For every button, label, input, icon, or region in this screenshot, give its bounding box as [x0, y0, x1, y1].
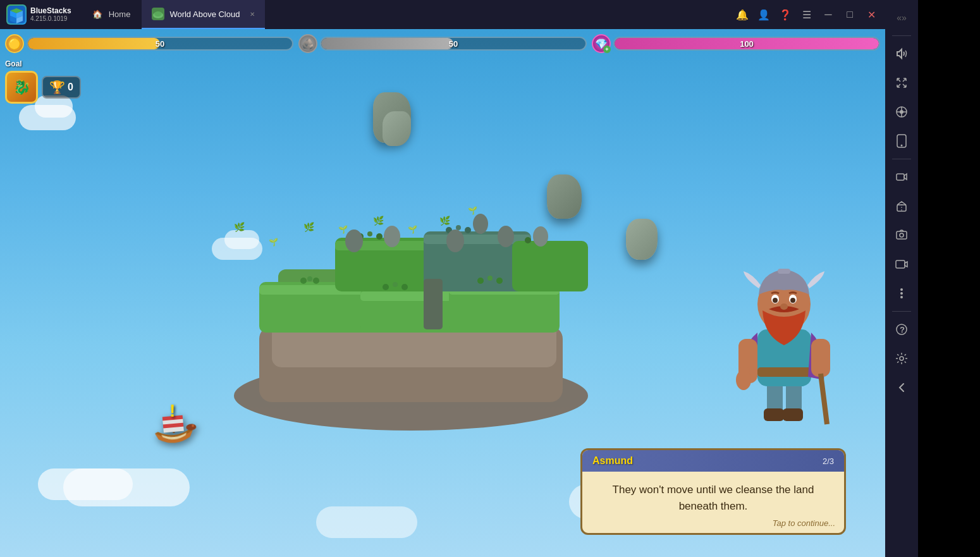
phone-btn[interactable] — [889, 128, 914, 154]
sidebar-divider-1 — [892, 35, 911, 36]
island-plant-1: 🌿 — [234, 222, 245, 232]
tabs-container: 🏠 Home World Above Cloud ✕ — [81, 0, 266, 29]
bluestacks-icon — [6, 4, 27, 25]
asmund-character — [720, 241, 846, 443]
svg-point-27 — [313, 278, 319, 284]
bluestacks-logo: BlueStacks 4.215.0.1019 — [0, 4, 78, 25]
stone-icon: 🪨 — [298, 34, 317, 53]
svg-point-80 — [901, 145, 903, 147]
gold-icon: 🟡 — [5, 34, 24, 53]
bluestacks-text: BlueStacks 4.215.0.1019 — [30, 6, 71, 23]
gem-bar-value: 100 — [740, 39, 754, 49]
gem-bar-track: 100 — [613, 37, 880, 51]
svg-point-47 — [384, 226, 400, 247]
sidebar-divider-2 — [892, 159, 911, 159]
svg-point-31 — [477, 278, 484, 284]
island-plant-8: 🌱 — [468, 206, 477, 215]
svg-point-28 — [383, 284, 389, 290]
svg-point-33 — [496, 278, 503, 284]
main-window: BlueStacks 4.215.0.1019 🏠 Home — [0, 0, 885, 557]
gem-bar-container: 💎 + 100 — [592, 34, 880, 53]
app-container: BlueStacks 4.215.0.1019 🏠 Home — [0, 0, 980, 557]
sidebar-divider-3 — [892, 311, 911, 312]
tab-close[interactable]: ✕ — [250, 11, 255, 18]
gem-icon: 💎 + — [592, 34, 611, 53]
home-tab-icon: 🏠 — [91, 8, 104, 20]
svg-point-43 — [498, 226, 514, 247]
dialog-progress: 2/3 — [823, 456, 834, 466]
menu-icon[interactable]: ☰ — [798, 6, 816, 23]
svg-rect-24 — [424, 279, 443, 329]
gold-bar-fill — [28, 38, 160, 49]
svg-rect-59 — [757, 367, 811, 377]
island-plant-5: 🌿 — [373, 216, 384, 226]
svg-point-46 — [345, 230, 363, 252]
gold-bar-value: 50 — [156, 39, 164, 49]
svg-point-72 — [780, 303, 788, 310]
goal-dragon-item[interactable]: 🐉 — [5, 71, 38, 104]
sound-btn[interactable] — [889, 41, 914, 66]
exclamation-mark: ! — [169, 401, 175, 421]
help-icon[interactable]: ❓ — [776, 6, 794, 23]
svg-rect-57 — [783, 408, 803, 421]
notification-icon[interactable]: 🔔 — [733, 6, 751, 23]
gold-bar-track: 50 — [27, 37, 293, 51]
tab-game[interactable]: World Above Cloud ✕ — [142, 0, 265, 29]
svg-point-38 — [456, 225, 461, 230]
dialog-box[interactable]: Asmund 2/3 They won't move until we clea… — [580, 448, 846, 535]
close-btn[interactable]: ✕ — [862, 6, 880, 23]
svg-point-26 — [307, 276, 312, 281]
svg-point-30 — [401, 284, 408, 290]
island-plant-6: 🌱 — [408, 225, 417, 234]
cloud-bottom-mid — [316, 506, 417, 538]
screenshot-btn[interactable] — [889, 223, 914, 248]
account-icon[interactable]: 👤 — [755, 6, 773, 23]
game-area[interactable]: 🟡 50 🪨 50 💎 + — [0, 29, 885, 557]
svg-point-25 — [300, 278, 307, 284]
back-sidebar-btn[interactable] — [889, 375, 914, 400]
island-plant-4: 🌱 — [338, 225, 348, 234]
video-btn[interactable] — [889, 252, 914, 277]
help-sidebar-btn[interactable]: ? — [889, 317, 914, 342]
svg-point-87 — [900, 288, 903, 291]
gold-bar-container: 🟡 50 — [5, 34, 293, 53]
svg-point-74 — [900, 110, 903, 114]
settings-sidebar-btn[interactable] — [889, 346, 914, 371]
svg-point-44 — [533, 226, 548, 247]
island-plant-2: 🌱 — [269, 238, 278, 247]
record-btn[interactable] — [889, 164, 914, 190]
goal-count: 0 — [68, 82, 73, 93]
goal-label: Goal — [5, 59, 81, 68]
svg-line-64 — [821, 374, 827, 424]
more-btn[interactable] — [889, 281, 914, 306]
tab-home[interactable]: 🏠 Home — [81, 0, 141, 29]
minimize-btn[interactable]: ─ — [819, 6, 837, 23]
svg-point-42 — [446, 230, 464, 252]
island-plant-3: 🌿 — [303, 222, 314, 232]
maximize-btn[interactable]: □ — [841, 6, 859, 23]
svg-rect-86 — [896, 260, 905, 268]
svg-rect-62 — [738, 367, 750, 372]
goal-section: Goal 🐉 🏆 0 — [5, 59, 81, 104]
dialog-header: Asmund 2/3 — [582, 450, 844, 472]
svg-point-89 — [900, 296, 903, 298]
dialog-speaker: Asmund — [592, 455, 633, 467]
svg-point-32 — [487, 276, 493, 281]
svg-rect-71 — [778, 269, 790, 274]
svg-point-8 — [154, 11, 162, 16]
resize-btn[interactable] — [889, 70, 914, 95]
stone-bar-track: 50 — [320, 37, 587, 51]
svg-rect-56 — [764, 408, 784, 421]
island-plant-7: 🌿 — [439, 216, 450, 226]
svg-rect-63 — [811, 339, 830, 377]
package-btn[interactable] — [889, 193, 914, 219]
controls-btn[interactable] — [889, 99, 914, 125]
floating-rock-far-right — [626, 219, 658, 260]
stone-bar-container: 🪨 50 — [298, 34, 587, 53]
tab-game-label: World Above Cloud — [169, 9, 240, 19]
svg-point-35 — [367, 231, 372, 236]
expand-sidebar-btn[interactable]: «» — [889, 5, 914, 30]
stone-bar-value: 50 — [449, 39, 458, 49]
island-container: 🌿 🌱 🌿 🌱 🌿 🌱 🌿 🌱 — [177, 124, 620, 440]
svg-point-29 — [393, 282, 398, 287]
